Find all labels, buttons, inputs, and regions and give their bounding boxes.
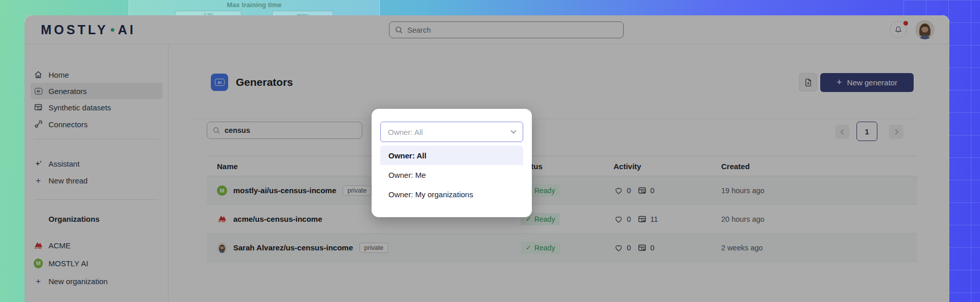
owner-filter-menu: Owner: All Owner: Me Owner: My organizat… <box>380 146 523 204</box>
owner-filter-value: Owner: All <box>388 128 423 136</box>
app-window: MOSTLY AI <box>24 15 949 302</box>
owner-option-all[interactable]: Owner: All <box>380 146 523 165</box>
background-form-card: Max training time 120 mins <box>129 0 380 17</box>
owner-filter-select[interactable]: Owner: All <box>380 122 523 142</box>
owner-option-my-organizations[interactable]: Owner: My organizations <box>380 184 523 204</box>
owner-option-me[interactable]: Owner: Me <box>380 165 523 184</box>
desktop-background: Max training time 120 mins MOSTLY AI <box>0 0 980 302</box>
background-form-label: Max training time <box>129 1 379 9</box>
owner-filter-spotlight: Owner: All Owner: All Owner: Me Owner: M… <box>372 109 532 217</box>
chevron-down-icon <box>510 128 516 133</box>
